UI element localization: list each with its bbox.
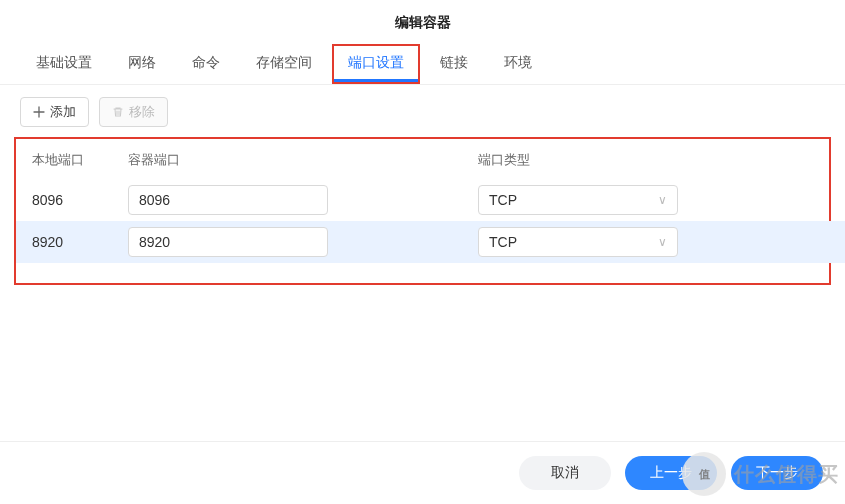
- toolbar: 添加 移除: [0, 85, 845, 137]
- port-settings-panel: 本地端口 容器端口 端口类型 8096 TCP ∨ 8920 TCP ∨: [14, 137, 831, 285]
- table-row[interactable]: 8096 TCP ∨: [22, 179, 823, 221]
- table-row[interactable]: 8920 TCP ∨: [16, 221, 845, 263]
- tab-ports[interactable]: 端口设置: [332, 44, 420, 84]
- tabs: 基础设置 网络 命令 存储空间 端口设置 链接 环境: [0, 44, 845, 85]
- remove-button-label: 移除: [129, 103, 155, 121]
- dialog-footer: 取消 上一步 下一步: [0, 441, 845, 504]
- tab-storage[interactable]: 存储空间: [240, 44, 328, 84]
- tab-command[interactable]: 命令: [176, 44, 236, 84]
- dialog-title: 编辑容器: [0, 0, 845, 44]
- port-type-select[interactable]: TCP ∨: [478, 185, 678, 215]
- trash-icon: [112, 106, 124, 118]
- tab-network[interactable]: 网络: [112, 44, 172, 84]
- container-port-input[interactable]: [128, 227, 328, 257]
- port-type-select[interactable]: TCP ∨: [478, 227, 678, 257]
- local-port-value: 8920: [28, 234, 128, 250]
- chevron-down-icon: ∨: [658, 235, 667, 249]
- container-port-input[interactable]: [128, 185, 328, 215]
- cancel-button[interactable]: 取消: [519, 456, 611, 490]
- next-button[interactable]: 下一步: [731, 456, 823, 490]
- remove-button[interactable]: 移除: [99, 97, 168, 127]
- tab-env[interactable]: 环境: [488, 44, 548, 84]
- add-button-label: 添加: [50, 103, 76, 121]
- header-local-port: 本地端口: [28, 151, 128, 169]
- add-button[interactable]: 添加: [20, 97, 89, 127]
- tab-links[interactable]: 链接: [424, 44, 484, 84]
- port-type-value: TCP: [489, 192, 517, 208]
- tab-basic[interactable]: 基础设置: [20, 44, 108, 84]
- prev-button[interactable]: 上一步: [625, 456, 717, 490]
- local-port-value: 8096: [28, 192, 128, 208]
- header-container-port: 容器端口: [128, 151, 478, 169]
- plus-icon: [33, 106, 45, 118]
- chevron-down-icon: ∨: [658, 193, 667, 207]
- port-type-value: TCP: [489, 234, 517, 250]
- header-port-type: 端口类型: [478, 151, 817, 169]
- table-header: 本地端口 容器端口 端口类型: [22, 147, 823, 179]
